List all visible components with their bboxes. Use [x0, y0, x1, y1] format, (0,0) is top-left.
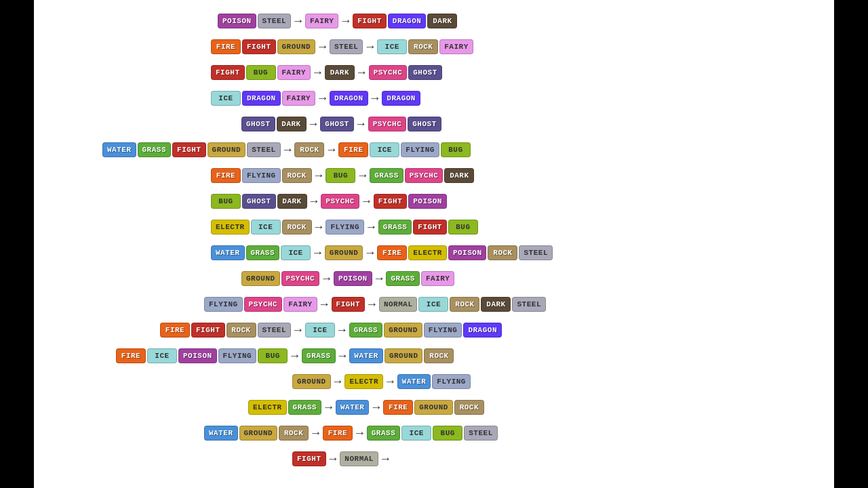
type-badge-electr: ELECTR	[408, 245, 447, 260]
type-badge-ice: ICE	[147, 348, 177, 363]
arrow-10-1: →	[376, 272, 383, 285]
arrow-3-0: →	[319, 92, 326, 105]
type-badge-ground: GROUND	[325, 245, 363, 260]
arrow-12-0: →	[294, 323, 302, 337]
type-badge-water: WATER	[211, 245, 245, 260]
arrow-6-1: →	[359, 169, 366, 182]
type-badge-fight: FIGHT	[413, 220, 447, 235]
arrow-2-0: →	[314, 66, 321, 79]
type-badge-dark: DARK	[325, 65, 355, 80]
type-badge-grass: GRASS	[370, 168, 403, 183]
type-badge-fight: FIGHT	[211, 65, 245, 80]
type-badge-psychic: PSYCHC	[321, 194, 359, 209]
arrow-11-0: →	[321, 298, 328, 311]
type-badge-dragon: DRAGON	[463, 323, 502, 338]
arrow-13-1: →	[339, 349, 347, 363]
type-badge-grass: GRASS	[138, 142, 172, 157]
arrow-1-1: →	[366, 40, 374, 54]
row-1: FIREFIGHTGROUND→STEEL→ICEROCKFAIRY	[210, 39, 793, 54]
type-badge-ice: ICE	[377, 39, 407, 54]
type-badge-dark: DARK	[427, 14, 457, 28]
type-badge-poison: POISON	[178, 348, 217, 363]
type-badge-ice: ICE	[418, 297, 448, 312]
type-badge-fight: FIGHT	[353, 14, 387, 28]
type-badge-water: WATER	[397, 374, 431, 389]
arrow-8-0: →	[315, 220, 323, 234]
type-badge-ghost: GHOST	[408, 117, 441, 131]
arrow-1-0: →	[319, 40, 326, 54]
row-6: FIREFLYINGROCK→BUG→GRASSPSYCHCDARK	[210, 168, 793, 183]
type-badge-fairy: FAIRY	[439, 39, 473, 54]
type-badge-psychic: PSYCHC	[281, 271, 320, 286]
row-2: FIGHTBUGFAIRY→DARK→PSYCHCGHOST	[210, 65, 793, 80]
type-badge-water: WATER	[336, 400, 370, 415]
type-badge-poison: POISON	[448, 245, 487, 260]
type-badge-bug: BUG	[433, 426, 462, 441]
type-badge-fight: FIGHT	[172, 142, 206, 157]
arrow-13-0: →	[291, 349, 298, 363]
type-badge-ghost: GHOST	[241, 117, 275, 131]
arrow-7-1: →	[363, 195, 370, 208]
row-14: GROUND→ELECTR→WATERFLYING	[292, 374, 793, 389]
type-badge-ice: ICE	[281, 245, 311, 260]
type-badge-fairy: FAIRY	[283, 297, 317, 312]
arrow-4-1: →	[357, 117, 365, 131]
type-badge-grass: GRASS	[386, 271, 420, 286]
type-badge-rock: ROCK	[279, 426, 309, 441]
type-badge-grass: GRASS	[288, 400, 322, 415]
type-badge-ground: GROUND	[384, 323, 422, 338]
type-badge-psychic: PSYCHC	[368, 117, 407, 131]
row-9: WATERGRASSICE→GROUND→FIREELECTRPOISONROC…	[210, 245, 793, 260]
row-13: FIREICEPOISONFLYINGBUG→GRASS→WATERGROUND…	[115, 348, 793, 363]
row-5: WATERGRASSFIGHTGROUNDSTEEL→ROCK→FIREICEF…	[102, 142, 793, 157]
main-content: POISONSTEEL→FAIRY→FIGHTDRAGONDARKFIREFIG…	[34, 0, 834, 488]
arrow-6-0: →	[315, 169, 323, 182]
arrow-9-0: →	[314, 246, 321, 260]
row-17: FIGHT→NORMAL→	[292, 451, 793, 466]
type-badge-rock: ROCK	[226, 323, 256, 338]
type-badge-dark: DARK	[277, 194, 307, 209]
type-badge-flying: FLYING	[204, 297, 243, 312]
type-badge-rock: ROCK	[454, 400, 484, 415]
row-11: FLYINGPSYCHCFAIRY→FIGHT→NORMALICEROCKDAR…	[203, 297, 793, 312]
type-badge-electr: ELECTR	[211, 220, 250, 235]
type-badge-dark: DARK	[444, 168, 474, 183]
type-badge-bug: BUG	[246, 65, 276, 80]
type-badge-ghost: GHOST	[320, 117, 354, 131]
type-badge-ground: GROUND	[414, 400, 453, 415]
type-badge-bug: BUG	[448, 220, 478, 235]
arrow-16-1: →	[356, 426, 363, 440]
arrow-5-1: →	[328, 143, 335, 157]
row-10: GROUNDPSYCHC→POISON→GRASSFAIRY	[241, 271, 793, 286]
type-badge-water: WATER	[204, 426, 238, 441]
type-badge-fire: FIRE	[323, 426, 353, 441]
type-badge-ground: GROUND	[208, 142, 246, 157]
arrow-12-1: →	[338, 323, 346, 337]
arrow-15-1: →	[372, 401, 380, 414]
type-badge-flying: FLYING	[218, 348, 257, 363]
type-badge-rock: ROCK	[294, 142, 324, 157]
type-badge-fairy: FAIRY	[305, 14, 339, 28]
type-badge-fire: FIRE	[211, 168, 241, 183]
type-badge-grass: GRASS	[367, 426, 401, 441]
arrow-16-0: →	[312, 426, 319, 440]
arrow-3-1: →	[372, 92, 379, 105]
type-badge-grass: GRASS	[302, 348, 336, 363]
row-12: FIREFIGHTROCKSTEEL→ICE→GRASSGROUNDFLYING…	[159, 323, 793, 338]
row-0: POISONSTEEL→FAIRY→FIGHTDRAGONDARK	[217, 14, 793, 28]
row-16: WATERGROUNDROCK→FIRE→GRASSICEBUGSTEEL	[203, 426, 793, 441]
type-badge-steel: STEEL	[258, 14, 292, 28]
type-badge-steel: STEEL	[519, 245, 553, 260]
arrow-8-1: →	[368, 220, 375, 234]
type-badge-bug: BUG	[258, 348, 288, 363]
arrow-0-0: →	[294, 14, 302, 28]
type-badge-fight: FIGHT	[374, 194, 408, 209]
type-badge-ice: ICE	[305, 323, 335, 338]
row-4: GHOSTDARK→GHOST→PSYCHCGHOST	[241, 117, 793, 131]
type-badge-electr: ELECTR	[344, 374, 383, 389]
type-badge-ice: ICE	[401, 426, 431, 441]
type-badge-water: WATER	[349, 348, 383, 363]
type-badge-flying: FLYING	[424, 323, 462, 338]
type-badge-rock: ROCK	[282, 168, 312, 183]
type-badge-ice: ICE	[251, 220, 281, 235]
